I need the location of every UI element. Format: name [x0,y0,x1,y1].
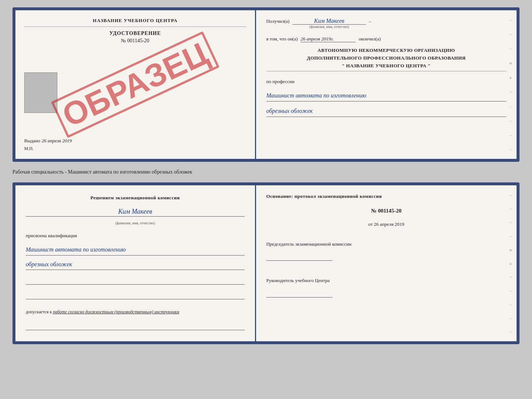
chairman-block: Председатель экзаменационной комиссии [266,241,506,268]
org-block: АВТОНОМНУЮ НЕКОММЕРЧЕСКУЮ ОРГАНИЗАЦИЮ ДО… [266,47,506,71]
date-prefix-bottom: от [368,221,373,227]
school-name-top: НАЗВАНИЕ УЧЕБНОГО ЦЕНТРА [24,18,246,27]
protocol-date: от 26 апреля 2019 [266,221,506,227]
bottom-right-panel: Основание: протокол экзаменационной коми… [256,185,517,341]
bottom-document-pair: Решением экзаменационной комиссии Ким Ма… [12,182,520,344]
profession-value1: Машинист автомата по изготовлению [266,90,506,101]
blank-line3 [26,321,245,330]
person-name-large: Ким Макеев [26,208,245,217]
admission-text: допускается к работе согласно должностны… [26,309,245,315]
issued-date: 26 апреля 2019 [42,138,72,144]
protocol-number: № 001145-20 [266,208,506,214]
director-block: Руководитель учебного Центра [266,277,506,305]
director-signature-line [266,290,332,298]
org-line2: ДОПОЛНИТЕЛЬНОГО ПРОФЕССИОНАЛЬНОГО ОБРАЗО… [266,54,506,62]
issued-row: Выдано 26 апреля 2019 [24,138,246,144]
org-line1: АВТОНОМНУЮ НЕКОММЕРЧЕСКУЮ ОРГАНИЗАЦИЮ [266,47,506,54]
admission-prefix: допускается к [26,309,52,314]
photo-placeholder [24,72,57,113]
date-line: в том, что он(а) 26 апреля 2019г. окончи… [266,36,506,42]
chairman-signature-line [266,253,332,261]
qualification-value1: Машинист автомата по изготовлению [26,245,245,256]
blank-line1 [26,276,245,285]
basis-text: Основание: протокол экзаменационной коми… [266,193,506,200]
issued-prefix: Выдано [24,138,40,144]
received-line: Получил(а) Ким Макеев (фамилия, имя, отч… [266,18,506,29]
cert-number: № 001145-20 [121,38,149,44]
separator-label: Рабочая специальность - Машинист автомат… [12,168,520,177]
received-subtext: (фамилия, имя, отчество) [309,25,349,29]
blank-line2 [26,291,245,299]
cert-label: УДОСТОВЕРЕНИЕ [109,31,161,36]
fio-sub: (фамилия, имя, отчество) [26,221,245,225]
org-line3: " НАЗВАНИЕ УЧЕБНОГО ЦЕНТРА " [266,62,506,70]
top-document-pair: НАЗВАНИЕ УЧЕБНОГО ЦЕНТРА УДОСТОВЕРЕНИЕ №… [12,7,520,162]
right-edge-dashes: – – – и а ← – – – – [510,18,514,152]
profession-label: по профессии [266,79,506,85]
date-value: 26 апреля 2019г. [301,36,356,42]
mp-label: М.П. [24,146,246,152]
qualification-value2: обрезных обложек [26,259,245,270]
cert-center: УДОСТОВЕРЕНИЕ № 001145-20 [24,31,246,46]
bottom-left-panel: Решением экзаменационной комиссии Ким Ма… [15,185,256,341]
dash1: – [369,18,371,24]
top-left-panel: НАЗВАНИЕ УЧЕБНОГО ЦЕНТРА УДОСТОВЕРЕНИЕ №… [15,10,256,159]
finished-suffix: окончил(а) [359,36,381,42]
top-right-panel: Получил(а) Ким Макеев (фамилия, имя, отч… [256,10,517,159]
chairman-title: Председатель экзаменационной комиссии [266,241,506,248]
profession-value2: обрезных обложек [266,106,506,117]
received-prefix: Получил(а) [266,18,290,24]
decision-text: Решением экзаменационной комиссии [26,194,245,202]
received-name: Ким Макеев [292,18,366,25]
admission-italic: работе согласно должностным (производств… [53,309,179,314]
date-prefix: в том, что он(а) [266,36,298,42]
right-edge-dashes-bottom: – – – – и а ← – – – – [510,193,514,334]
director-title: Руководитель учебного Центра [266,277,506,284]
left-photo-cert: УДОСТОВЕРЕНИЕ № 001145-20 [24,31,246,138]
date-value-bottom: 26 апреля 2019 [374,221,405,227]
qualification-label: присвоена квалификация [26,233,245,239]
